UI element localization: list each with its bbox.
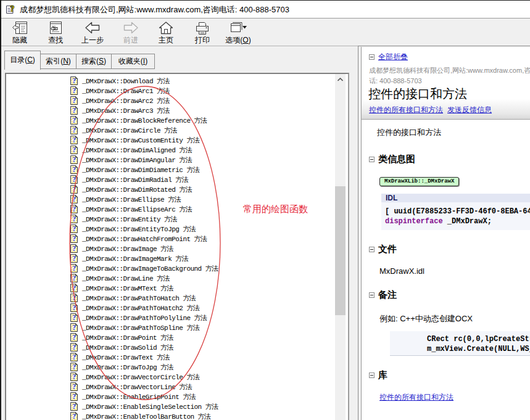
help-topic-icon: ? [69, 145, 79, 155]
locate-button-label: 查找 [48, 36, 63, 44]
tree-item-label: _DMxDrawX::EnableToolBarButton 方法 [82, 411, 210, 420]
tree-item[interactable]: ? _DMxDrawX::DrawSolid 方法 [6, 342, 337, 352]
tree-item[interactable]: ? _DMxDrawX::EnableGripPoint 方法 [6, 392, 337, 401]
collapse-all-link[interactable]: 全部折叠 [378, 52, 408, 62]
tree-item[interactable]: ? _DMxDrawX::DrawDimRotated 方法 [6, 184, 337, 194]
svg-text:?: ? [72, 146, 76, 154]
tree-item[interactable]: ? _DMxDrawX::DrawPathToHatch 方法 [6, 293, 337, 303]
svg-text:?: ? [72, 156, 76, 163]
svg-text:?: ? [72, 87, 76, 94]
tree-item[interactable]: ? _DMxDrawX::DrawDimAngular 方法 [6, 155, 337, 165]
tree-item-label: _DMxDrawX::DrawDimAngular 方法 [82, 155, 192, 164]
section-library-title: 库 [378, 369, 387, 381]
tree-item[interactable]: ? _DMxDrawX::DrawPathToHatch2 方法 [6, 303, 337, 313]
help-topic-icon: ? [69, 184, 79, 194]
scroll-up-icon[interactable] [335, 74, 346, 84]
options-button[interactable]: 选项(O) [220, 20, 257, 45]
svg-text:?: ? [72, 284, 76, 292]
tree-item[interactable]: ? _DMxDrawX::DrawArc3 方法 [6, 105, 337, 115]
svg-text:?: ? [72, 215, 76, 223]
tree-vertical-scrollbar[interactable] [335, 74, 346, 420]
svg-text:?: ? [72, 373, 76, 381]
tree-item[interactable]: ? _DMxDrawX::DrawVectorLine 方法 [6, 382, 337, 392]
tree-item[interactable]: ? _DMxDrawX::EnableToolBarButton 方法 [6, 411, 337, 420]
collapse-minus-icon[interactable] [369, 54, 375, 60]
tree-item[interactable]: ? _DMxDrawX::DrawEllipse 方法 [6, 194, 337, 204]
all-interfaces-link[interactable]: 控件的所有接口和方法 [369, 105, 443, 115]
library-link[interactable]: 控件的所有接口和方法 [379, 392, 453, 403]
tree-item[interactable]: ? _DMxDrawX::DrawPathToSpline 方法 [6, 323, 337, 332]
tree-item[interactable]: ? _DMxDrawX::DrawPathToPolyline 方法 [6, 313, 337, 323]
window-title: 成都梦想凯德科技有限公司,网站:www.mxdraw.com,咨询电话: 400… [20, 1, 289, 19]
tree-item[interactable]: ? _DMxDrawX::DrawBlockReference 方法 [6, 115, 337, 125]
tree-item[interactable]: ? _DMxDrawX::DrawCircle 方法 [6, 125, 337, 135]
tree-item[interactable]: ? _DMxDrawX::EnableSingleSelection 方法 [6, 401, 337, 411]
tab-index[interactable]: 索引(N) [41, 54, 77, 69]
tree-item-label: _DMxDrawX::DrawPathToHatch2 方法 [82, 303, 199, 312]
tree-item[interactable]: ? _DMxDrawX::DrawVectorCircle 方法 [6, 372, 337, 382]
help-topic-icon: ? [69, 96, 79, 105]
tree-item[interactable]: ? _DMxDrawX::Download 方法 [6, 76, 337, 86]
feedback-link[interactable]: 发送反馈信息 [447, 105, 492, 115]
tree-item[interactable]: ? _DMxDrawX::DrawLine 方法 [6, 273, 337, 283]
tab-contents-label: 目录(C) [10, 51, 35, 68]
tree-item[interactable]: ? _DMxDrawX::DrawMText 方法 [6, 283, 337, 293]
tree-item-label: _DMxDrawX::DrawBlockReference 方法 [82, 115, 207, 125]
tree-item[interactable]: ? _DMxDrawX::DrawImage 方法 [6, 244, 337, 253]
tree-item[interactable]: ? _DMxDrawX::DrawEntity 方法 [6, 214, 337, 224]
tab-search[interactable]: 搜索(S) [77, 54, 112, 69]
section-class-diagram: 类信息图 [369, 154, 415, 165]
svg-text:?: ? [72, 245, 76, 252]
help-topic-icon: ? [69, 362, 79, 372]
svg-text:?: ? [72, 205, 76, 213]
home-icon [158, 20, 174, 36]
svg-text:?: ? [72, 383, 76, 390]
tree-item[interactable]: ? _DMxDrawX::DrawDimDiametric 方法 [6, 165, 337, 175]
help-topic-icon: ? [69, 175, 79, 184]
tab-favorites[interactable]: 收藏夹(I) [112, 54, 155, 69]
home-button-label: 主页 [159, 36, 173, 44]
forward-button[interactable]: 前进 [116, 20, 146, 45]
tree-item-label: _DMxDrawX::DrawEntity 方法 [82, 214, 177, 223]
class-diagram-box[interactable]: MxDrawXLib::_DMxDrawX [379, 177, 459, 186]
tree-item[interactable]: ? _DMxDrawX::DrawToJpg 方法 [6, 362, 337, 372]
locate-button[interactable]: 查找 [42, 20, 69, 45]
section-collapse-icon[interactable] [369, 247, 375, 252]
scrollbar-thumb[interactable] [335, 186, 346, 315]
tree-item[interactable]: ? _DMxDrawX::DrawArc1 方法 [6, 86, 337, 96]
pane-splitter[interactable] [349, 46, 358, 420]
hide-button[interactable]: 隐藏 [6, 20, 33, 45]
svg-text:?: ? [72, 136, 76, 144]
tree-item[interactable]: ? _DMxDrawX::DrawImageToBackground 方法 [6, 263, 337, 273]
tree-item[interactable]: ? _DMxDrawX::DrawCustomEntity 方法 [6, 135, 337, 145]
section-collapse-icon[interactable] [369, 373, 375, 378]
section-collapse-icon[interactable] [369, 157, 375, 162]
tree-item[interactable]: ? _DMxDrawX::DrawArc2 方法 [6, 96, 337, 105]
idl-keyword: dispinterface [385, 217, 443, 226]
home-button[interactable]: 主页 [152, 20, 180, 45]
tree-item[interactable]: ? _DMxDrawX::DrawImageMark 方法 [6, 253, 337, 263]
file-value: MxDrawX.idl [379, 266, 424, 276]
tree-item[interactable]: ? _DMxDrawX::DrawHatchFromPoint 方法 [6, 234, 337, 244]
tree-item-label: _DMxDrawX::EnableGripPoint 方法 [82, 392, 196, 401]
tree-item[interactable]: ? _DMxDrawX::DrawDimAligned 方法 [6, 145, 337, 155]
tree-item-label: _DMxDrawX::Download 方法 [82, 76, 170, 85]
options-icon [229, 20, 247, 36]
tree-item[interactable]: ? _DMxDrawX::DrawEntityToJpg 方法 [6, 224, 337, 234]
tree-item[interactable]: ? _DMxDrawX::DrawDimRadial 方法 [6, 175, 337, 184]
tab-contents[interactable]: 目录(C) [4, 51, 41, 70]
back-button[interactable]: 上一步 [74, 20, 111, 45]
title-bar: ? 成都梦想凯德科技有限公司,网站:www.mxdraw.com,咨询电话: 4… [1, 1, 530, 19]
print-button[interactable]: 打印 [189, 20, 216, 45]
help-topic-icon: ? [69, 204, 79, 214]
tree-item[interactable]: ? _DMxDrawX::DrawPoint 方法 [6, 332, 337, 342]
tree-item[interactable]: ? _DMxDrawX::DrawText 方法 [6, 352, 337, 362]
hide-button-label: 隐藏 [12, 36, 27, 44]
section-collapse-icon[interactable] [369, 292, 375, 298]
tree-item-label: _DMxDrawX::DrawImageToBackground 方法 [82, 263, 218, 273]
tree-item-label: _DMxDrawX::EnableSingleSelection 方法 [82, 401, 218, 411]
svg-text:?: ? [72, 334, 76, 341]
svg-text:?: ? [72, 166, 76, 173]
svg-text:?: ? [10, 4, 15, 14]
help-topic-icon: ? [69, 332, 79, 342]
